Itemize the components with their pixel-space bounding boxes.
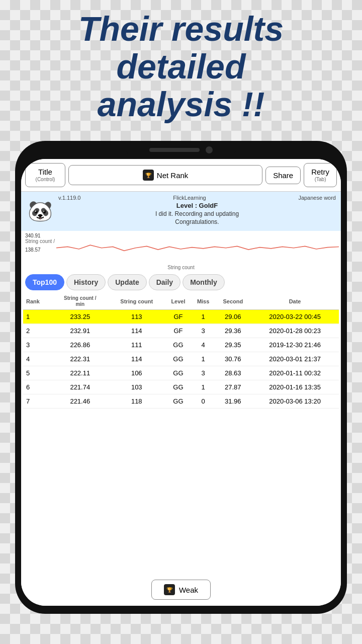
tab-daily[interactable]: Daily [149,274,180,290]
share-button[interactable]: Share [265,167,301,184]
retry-button[interactable]: Retry (Tab) [304,163,337,187]
table-container: Rank String count /min String count Leve… [21,293,341,575]
cell-second: 29.36 [215,324,251,338]
cell-rank: 4 [23,352,52,366]
cell-string-count-min: 233.25 [52,310,108,324]
cell-level: GG [165,394,192,409]
cell-level: GG [165,366,192,380]
cell-level: GG [165,338,192,352]
tab-update-label: Update [115,278,139,286]
cell-string-count: 118 [108,394,165,409]
table-row: 1 233.25 113 GF 1 29.06 2020-03-22 00:45 [23,310,339,324]
th-level: Level [165,293,192,310]
chart-label-prefix: String count / [25,238,55,244]
weak-label: Weak [179,586,198,594]
weak-bar: 🏆 Weak [21,575,341,606]
cell-second: 30.76 [215,352,251,366]
phone-frame: Title (Control) 🏆 Net Rank Share Retry (… [15,141,347,614]
cell-miss: 1 [192,380,215,394]
th-rank: Rank [23,293,52,310]
netrank-button[interactable]: 🏆 Net Rank [68,165,262,185]
chart-svg [56,231,339,265]
cell-miss: 0 [192,394,215,409]
chart-area: 340.91 String count / 138.57 String coun… [21,231,341,271]
chart-top-value: 340.91 [25,233,55,238]
cell-date: 2020-03-22 00:45 [251,310,339,324]
panda-mascot: 🐼 [26,195,54,227]
cell-string-count-min: 221.74 [52,380,108,394]
tab-bar: Top100 History Update Daily Monthly [21,271,341,293]
cell-second: 27.87 [215,380,251,394]
cell-miss: 1 [192,352,215,366]
version-line: v.1.119.0 FlickLearning Japanese word [58,195,336,201]
table-row: 2 232.91 114 GF 3 29.36 2020-01-28 00:23 [23,324,339,338]
toolbar: Title (Control) 🏆 Net Rank Share Retry (… [21,159,341,192]
cell-string-count-min: 221.46 [52,394,108,409]
chart-bottom-value: 138.57 [25,247,41,253]
th-string-count-min: String count /min [52,293,108,310]
table-row: 4 222.31 114 GG 1 30.76 2020-03-01 21:37 [23,352,339,366]
cell-level: GF [165,310,192,324]
title-button[interactable]: Title (Control) [25,163,65,187]
cell-level: GG [165,352,192,366]
phone-screen: Title (Control) 🏆 Net Rank Share Retry (… [21,159,341,606]
tab-update[interactable]: Update [108,274,146,290]
cell-string-count-min: 226.86 [52,338,108,352]
tab-monthly-label: Monthly [190,278,217,286]
cell-second: 29.35 [215,338,251,352]
cell-level: GF [165,324,192,338]
cell-rank: 7 [23,394,52,409]
netrank-label: Net Rank [157,171,189,180]
version-text: v.1.119.0 [58,195,80,201]
tab-top100[interactable]: Top100 [25,274,64,290]
cell-second: 28.63 [215,366,251,380]
cell-miss: 1 [192,310,215,324]
headline-text: Their results detailed analysis !! [0,10,362,123]
th-miss: Miss [192,293,215,310]
results-table: Rank String count /min String count Leve… [23,293,339,409]
cell-string-count-min: 232.91 [52,324,108,338]
congrats-line2: Congratulations. [58,218,336,225]
congrats-line1: I did it. Recording and updating [58,210,336,217]
chart-x-label: String count [21,265,341,270]
cell-miss: 3 [192,324,215,338]
cell-string-count-min: 222.11 [52,366,108,380]
cell-date: 2020-03-06 13:20 [251,394,339,409]
share-label: Share [273,171,293,180]
headline: Their results detailed analysis !! [0,10,362,123]
phone-notch [126,141,236,159]
table-row: 3 226.86 111 GG 4 29.35 2019-12-30 21:46 [23,338,339,352]
th-string-count: String count [108,293,165,310]
cell-date: 2020-01-28 00:23 [251,324,339,338]
cell-string-count: 114 [108,352,165,366]
tab-history-label: History [74,278,98,286]
tab-history[interactable]: History [66,274,106,290]
weak-button[interactable]: 🏆 Weak [151,580,211,600]
headline-line2: detailed [117,47,246,86]
retry-sub: (Tab) [311,177,329,183]
table-row: 5 222.11 106 GG 3 28.63 2020-01-11 00:32 [23,366,339,380]
table-row: 7 221.46 118 GG 0 31.96 2020-03-06 13:20 [23,394,339,409]
mode-text: Japanese word [298,195,336,201]
cell-string-count: 106 [108,366,165,380]
info-text-block: v.1.119.0 FlickLearning Japanese word Le… [58,195,336,225]
cell-string-count: 114 [108,324,165,338]
notch-bar [149,148,200,152]
cell-rank: 2 [23,324,52,338]
th-second: Second [215,293,251,310]
cell-rank: 3 [23,338,52,352]
cell-second: 31.96 [215,394,251,409]
chart-labels: 340.91 String count / 138.57 [25,233,55,244]
cell-string-count: 111 [108,338,165,352]
notch-camera [206,146,213,153]
cell-date: 2020-03-01 21:37 [251,352,339,366]
cell-miss: 4 [192,338,215,352]
headline-line3: analysis !! [98,85,265,123]
cell-rank: 6 [23,380,52,394]
cell-string-count: 103 [108,380,165,394]
cell-string-count-min: 222.31 [52,352,108,366]
cell-date: 2019-12-30 21:46 [251,338,339,352]
retry-label: Retry [311,168,329,176]
info-bar: 🐼 v.1.119.0 FlickLearning Japanese word … [21,192,341,231]
tab-monthly[interactable]: Monthly [183,274,225,290]
